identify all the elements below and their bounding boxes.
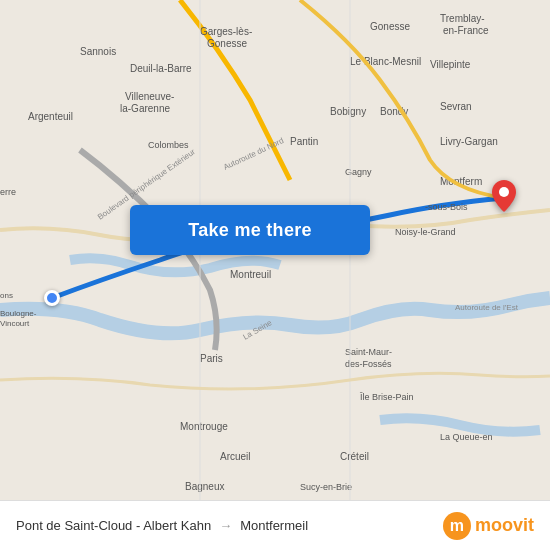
svg-text:Villepinte: Villepinte	[430, 59, 471, 70]
svg-point-44	[499, 187, 509, 197]
svg-text:Bagneux: Bagneux	[185, 481, 224, 492]
svg-text:Vincourt: Vincourt	[0, 319, 30, 328]
svg-text:Sevran: Sevran	[440, 101, 472, 112]
take-me-there-label: Take me there	[188, 220, 312, 241]
moovit-logo: m moovit	[443, 512, 534, 540]
svg-text:Livry-Gargan: Livry-Gargan	[440, 136, 498, 147]
svg-text:Pantin: Pantin	[290, 136, 318, 147]
svg-text:Saint-Maur-: Saint-Maur-	[345, 347, 392, 357]
svg-text:La Queue-en: La Queue-en	[440, 432, 493, 442]
svg-text:Argenteuil: Argenteuil	[28, 111, 73, 122]
svg-text:Garges-lès-: Garges-lès-	[200, 26, 252, 37]
map-container: Argenteuil Sannois Deuil-la-Barre Garges…	[0, 0, 550, 500]
destination-marker	[492, 180, 516, 216]
svg-text:Montreuil: Montreuil	[230, 269, 271, 280]
footer: Pont de Saint-Cloud - Albert Kahn → Mont…	[0, 500, 550, 550]
svg-text:Bobigny: Bobigny	[330, 106, 366, 117]
svg-text:Montrouge: Montrouge	[180, 421, 228, 432]
svg-text:-sous-Bois: -sous-Bois	[425, 202, 468, 212]
svg-text:la-Garenne: la-Garenne	[120, 103, 170, 114]
origin-label: Pont de Saint-Cloud - Albert Kahn	[16, 518, 211, 533]
svg-text:Paris: Paris	[200, 353, 223, 364]
svg-text:Arcueil: Arcueil	[220, 451, 251, 462]
svg-text:Villeneuve-: Villeneuve-	[125, 91, 174, 102]
moovit-icon: m	[443, 512, 471, 540]
svg-text:Colombes: Colombes	[148, 140, 189, 150]
svg-text:ons: ons	[0, 291, 13, 300]
take-me-there-button[interactable]: Take me there	[130, 205, 370, 255]
route-separator: →	[219, 518, 232, 533]
footer-route-info: Pont de Saint-Cloud - Albert Kahn → Mont…	[16, 518, 308, 533]
svg-text:Gonesse: Gonesse	[207, 38, 247, 49]
svg-text:en-France: en-France	[443, 25, 489, 36]
svg-text:erre: erre	[0, 187, 16, 197]
svg-text:Autoroute de l'Est: Autoroute de l'Est	[455, 303, 519, 312]
svg-text:Deuil-la-Barre: Deuil-la-Barre	[130, 63, 192, 74]
moovit-brand-text: moovit	[475, 515, 534, 536]
moovit-icon-letter: m	[450, 517, 464, 535]
svg-text:Île Brise-Pain: Île Brise-Pain	[359, 392, 414, 402]
origin-marker	[44, 290, 60, 306]
svg-text:Boulogne-: Boulogne-	[0, 309, 37, 318]
svg-text:Gagny: Gagny	[345, 167, 372, 177]
svg-text:Sucy-en-Brie: Sucy-en-Brie	[300, 482, 352, 492]
svg-text:Créteil: Créteil	[340, 451, 369, 462]
destination-label: Montfermeil	[240, 518, 308, 533]
svg-text:Gonesse: Gonesse	[370, 21, 410, 32]
svg-text:Tremblay-: Tremblay-	[440, 13, 485, 24]
svg-text:des-Fossés: des-Fossés	[345, 359, 392, 369]
svg-text:Sannois: Sannois	[80, 46, 116, 57]
